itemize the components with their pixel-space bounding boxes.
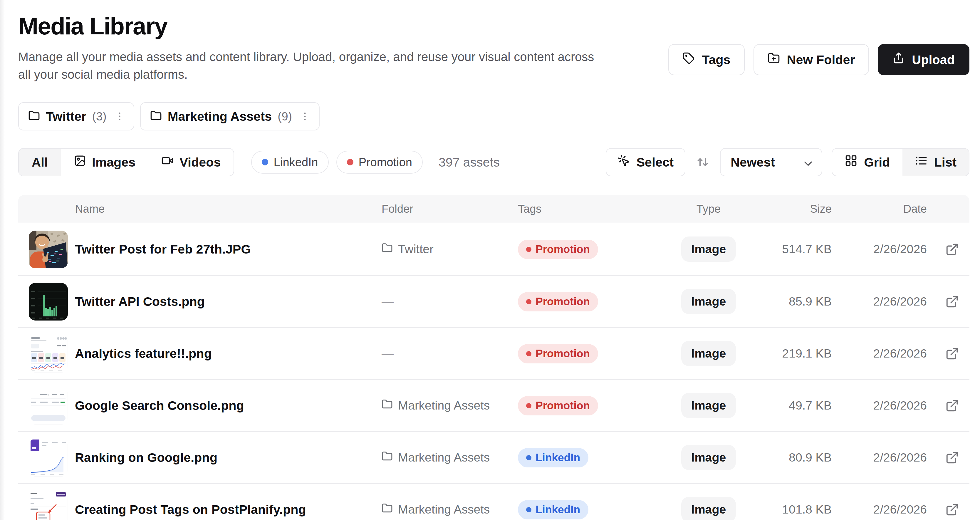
tag-filter-linkedin[interactable]: LinkedIn: [251, 151, 328, 173]
asset-size: 49.7 KB: [789, 399, 832, 412]
external-link-icon[interactable]: [945, 399, 959, 412]
view-toolbar: Select Newest Grid List: [606, 148, 969, 176]
asset-name[interactable]: Twitter API Costs.png: [75, 294, 375, 309]
tag-badge-promotion[interactable]: Promotion: [518, 344, 598, 363]
folder-chip-twitter[interactable]: Twitter (3): [18, 102, 134, 130]
folder-icon: [28, 110, 40, 123]
type-badge: Image: [681, 237, 736, 262]
asset-tags: Promotion: [518, 396, 665, 415]
table-row[interactable]: Analytics feature!!.png — Promotion Imag…: [18, 327, 969, 379]
folder-chips: Twitter (3) Marketing Assets (9): [18, 102, 969, 130]
list-icon: [915, 154, 928, 170]
table-header: Name Folder Tags Type Size Date: [18, 195, 969, 223]
view-list-button[interactable]: List: [902, 149, 969, 176]
asset-size: 219.1 KB: [782, 347, 832, 361]
asset-thumbnail-ranking-chart[interactable]: [29, 439, 68, 477]
asset-name[interactable]: Twitter Post for Feb 27th.JPG: [75, 242, 375, 256]
table-row[interactable]: Ranking on Google.png Marketing Assets L…: [18, 431, 969, 483]
tag-filter-pills: LinkedIn Promotion: [251, 151, 423, 173]
folder-menu-kebab-icon[interactable]: [298, 109, 312, 123]
external-link-icon[interactable]: [945, 295, 959, 309]
asset-folder-empty: —: [382, 295, 511, 309]
asset-folder: Marketing Assets: [382, 399, 511, 413]
asset-size: 85.9 KB: [789, 295, 832, 309]
pointer-click-icon: [617, 154, 630, 170]
sort-direction-icon[interactable]: [695, 154, 711, 170]
upload-icon: [892, 52, 905, 67]
folder-chip-count: (3): [92, 110, 107, 123]
asset-date: 2/26/2026: [873, 399, 927, 412]
page-description-line1: Manage all your media assets and content…: [18, 50, 594, 64]
asset-thumbnail-post-tags[interactable]: [29, 491, 68, 520]
tag-badge-linkedin[interactable]: LinkedIn: [518, 448, 589, 468]
external-link-icon[interactable]: [945, 347, 959, 361]
page-description-line2: all your social media platforms.: [18, 68, 188, 81]
column-header-date: Date: [903, 203, 927, 215]
asset-folder: Marketing Assets: [382, 451, 511, 465]
asset-size: 80.9 KB: [789, 451, 832, 464]
type-badge: Image: [681, 497, 736, 520]
folder-icon: [382, 399, 393, 413]
tag-badge-linkedin[interactable]: LinkedIn: [518, 500, 589, 519]
external-link-icon[interactable]: [945, 503, 959, 517]
media-type-tabs: All Images Videos: [18, 148, 234, 176]
tag-badge-promotion[interactable]: Promotion: [518, 240, 598, 259]
sort-order-dropdown[interactable]: Newest: [720, 148, 822, 176]
video-icon: [161, 154, 173, 170]
header-actions: Tags New Folder Upload: [668, 44, 969, 75]
folder-icon: [150, 110, 162, 123]
tag-badge-promotion[interactable]: Promotion: [518, 396, 598, 415]
asset-thumbnail-dark-chart[interactable]: [29, 283, 68, 321]
folder-icon: [382, 503, 393, 517]
folder-icon: [382, 242, 393, 256]
new-folder-button[interactable]: New Folder: [754, 44, 869, 75]
upload-button[interactable]: Upload: [878, 44, 969, 75]
table-row[interactable]: Twitter Post for Feb 27th.JPG Twitter Pr…: [18, 223, 969, 275]
asset-folder: Twitter: [382, 242, 511, 256]
asset-name[interactable]: Ranking on Google.png: [75, 450, 375, 465]
asset-date: 2/26/2026: [873, 242, 927, 256]
folder-icon: [382, 451, 393, 465]
table-row[interactable]: Twitter API Costs.png — Promotion Image …: [18, 275, 969, 327]
asset-name[interactable]: Google Search Console.png: [75, 398, 375, 413]
filter-bar: All Images Videos LinkedIn Promotion 397…: [18, 148, 969, 176]
asset-date: 2/26/2026: [873, 347, 927, 361]
tab-videos[interactable]: Videos: [148, 149, 234, 176]
table-row[interactable]: Google Search Console.png Marketing Asse…: [18, 379, 969, 431]
promotion-dot: [347, 159, 353, 165]
tab-images[interactable]: Images: [61, 149, 148, 176]
tag-filter-promotion[interactable]: Promotion: [336, 151, 423, 173]
view-grid-button[interactable]: Grid: [832, 149, 902, 176]
asset-date: 2/26/2026: [873, 295, 927, 309]
tag-badge-promotion[interactable]: Promotion: [518, 292, 598, 312]
asset-date: 2/26/2026: [873, 503, 927, 517]
assets-table: Name Folder Tags Type Size Date Twitter …: [18, 195, 969, 520]
asset-name[interactable]: Analytics feature!!.png: [75, 347, 375, 361]
asset-thumbnail-search-console[interactable]: [29, 387, 68, 425]
asset-thumbnail-analytics[interactable]: [29, 335, 68, 372]
type-badge: Image: [681, 289, 736, 314]
external-link-icon[interactable]: [945, 451, 959, 464]
type-badge: Image: [681, 393, 736, 418]
asset-name[interactable]: Creating Post Tags on PostPlanify.png: [75, 503, 375, 517]
select-button[interactable]: Select: [606, 148, 686, 176]
asset-tags: LinkedIn: [518, 448, 665, 468]
column-header-size: Size: [810, 203, 832, 215]
external-link-icon[interactable]: [945, 243, 959, 256]
asset-date: 2/26/2026: [873, 451, 927, 464]
tags-button[interactable]: Tags: [668, 44, 745, 75]
asset-tags: Promotion: [518, 292, 665, 312]
asset-size: 514.7 KB: [782, 242, 832, 256]
asset-folder-empty: —: [382, 347, 511, 361]
column-header-tags: Tags: [518, 203, 665, 215]
chevron-down-icon: [802, 157, 812, 167]
folder-chip-count: (9): [278, 110, 292, 123]
folder-chip-marketing-assets[interactable]: Marketing Assets (9): [140, 102, 320, 130]
asset-thumbnail-photo[interactable]: [29, 231, 68, 268]
view-mode-toggle: Grid List: [832, 148, 969, 176]
table-row[interactable]: Creating Post Tags on PostPlanify.png Ma…: [18, 483, 969, 520]
folder-menu-kebab-icon[interactable]: [113, 109, 127, 123]
assets-count: 397 assets: [439, 155, 500, 170]
image-icon: [74, 154, 86, 170]
tab-all[interactable]: All: [19, 149, 61, 176]
